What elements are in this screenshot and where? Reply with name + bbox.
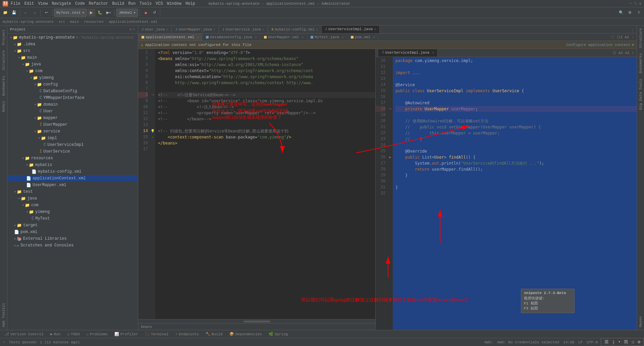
maven-tab[interactable]: Maven [637,313,644,330]
status-encoding[interactable]: UTF-8 [587,340,598,344]
java-code[interactable]: package com.yimeng.service.impl; import … [393,57,637,330]
tree-ymmapper[interactable]: C YMMapperInterface [7,95,138,101]
expand-icon[interactable]: ↑ [632,35,634,39]
status-position[interactable]: 14:38 [563,340,574,344]
status-aws[interactable]: AWS: No credentials selected [497,340,559,344]
tree-mapper[interactable]: ▾ 📁 mapper [7,115,138,121]
bottom-tab-terminal[interactable]: ⬛ Terminal [142,331,172,338]
fold-icon[interactable]: ⬡ [611,35,614,39]
bottom-tab-endpoints[interactable]: ⚡ Endpoints [172,331,202,338]
close-icon5[interactable]: ✕ [374,27,376,31]
settings-btn[interactable]: ⚙ [626,9,634,17]
stop-button[interactable]: ■ [142,9,150,17]
tree-userservice[interactable]: I UserService [7,148,138,155]
bottom-tab-spring[interactable]: 🌿 Spring [265,331,291,338]
tree-mybatis-config[interactable]: 📄 mybatis-config.xml [7,168,138,175]
bookmarks-tab[interactable]: Bookmarks [0,73,7,98]
menu-edit[interactable]: Edit [24,1,34,6]
sec-tab-mytest[interactable]: MyTest.java ✕ [307,34,347,41]
ime-settings[interactable]: ⚙ [638,339,640,345]
sec-close3[interactable]: ✕ [302,35,304,39]
bc-file[interactable]: applicationContext.xml [109,20,157,24]
menu-help[interactable]: Help [185,1,195,6]
tree-usermapper[interactable]: I UserMapper [7,121,138,128]
ime-dot[interactable]: • [618,340,621,345]
window-maximize[interactable]: □ [634,1,637,6]
rebeltab[interactable]: Rebel [0,98,7,115]
tree-java[interactable]: ▾ 📁 java [7,61,138,68]
menu-navigate[interactable]: Navigate [52,1,71,6]
sec-close4[interactable]: ✕ [342,35,344,39]
close-icon[interactable]: ✕ [166,27,168,32]
sec-tab-dbconfig[interactable]: DataBaseConfig.java ✕ [203,34,260,41]
debug-button[interactable]: 🐛 [96,9,104,17]
bookmarks-tab-right[interactable]: Bookmarks [637,51,644,76]
configure-gear[interactable]: ⚙ [632,43,634,47]
help-btn[interactable]: ? [635,9,643,17]
aws-toolkit-tab[interactable]: AWS Toolkit [0,300,7,330]
tree-extlibs[interactable]: ▸ 📚 External Libraries [7,235,138,242]
run-with-coverage[interactable]: ▶+ [105,9,113,17]
toolbar-back[interactable]: ← [22,9,30,17]
tab-user-java[interactable]: J User.java ✕ [138,26,172,33]
tree-test-java[interactable]: ▾ 📁 java [7,195,138,202]
bottom-tab-todo[interactable]: ☑ TODO [64,331,83,338]
tree-target[interactable]: ▸ 📁 target [7,222,138,229]
tree-src[interactable]: ▾ 📁 src [7,48,138,54]
bc-resources[interactable]: resources [84,20,104,24]
structure-tab-right[interactable]: Structure [637,25,644,51]
sidebar-gear[interactable]: ⚙ [129,27,132,32]
tree-config[interactable]: ▾ 📁 config [7,81,138,88]
tree-resources[interactable]: ▾ 📁 resources [7,155,138,162]
sec-tab-appcontext[interactable]: applicationContext.xml ✕ [138,34,203,41]
xml-code[interactable]: <?xml version="1.0" encoding="UTF-8"?> <… [155,49,375,319]
tree-scratches[interactable]: ▸ ✏ Scratches and Consoles [7,242,138,249]
sidebar-close[interactable]: ✕ [133,27,135,32]
close-icon2[interactable]: ✕ [213,27,215,32]
bottom-tab-run[interactable]: ▶ Run [47,331,64,338]
tree-test-yimeng[interactable]: ▾ 📁 yimeng [7,209,138,215]
window-minimize[interactable]: ─ [629,1,632,6]
rerun-button[interactable]: ↺ [150,9,158,17]
java-active-tab[interactable]: J UserServiceImpl.java ✕ [378,49,438,57]
sec-close5[interactable]: ✕ [373,35,375,39]
tree-service[interactable]: ▾ 📁 service [7,128,138,135]
bc-main[interactable]: main [70,20,79,24]
tabs-more-btn[interactable]: ⋮ [629,28,637,33]
tree-test[interactable]: ▾ 📁 test [7,188,138,195]
menu-window[interactable]: Window [167,1,181,6]
bottom-tab-build[interactable]: 🔨 Build [202,331,226,338]
menu-vcs[interactable]: VCS [156,1,163,6]
tree-impl[interactable]: ▾ 📁 impl [7,135,138,141]
tree-usermapper-xml[interactable]: 📄 UserMapper.xml [7,182,138,188]
tree-domain[interactable]: ▾ 📁 domain [7,101,138,108]
status-lf[interactable]: LF [578,340,583,344]
tree-appcontext[interactable]: 📄 applicationContext.xml [7,175,138,182]
bottom-tab-dependencies[interactable]: 📦 Dependencies [226,331,265,338]
ime-zh[interactable]: 英 [604,339,609,345]
tree-idea[interactable]: ▸ 📁 .idea [7,41,138,48]
jrebel-dropdown[interactable]: JRebel ▾ [116,9,138,17]
configure-link[interactable]: Configure application context [566,43,630,47]
status-tests[interactable]: Tests passed: 1 (12 minutes ago) [9,340,80,344]
toolbar-open[interactable]: 📁 [1,9,9,17]
bottom-tab-problems[interactable]: ⚠ Problems [83,331,111,338]
tree-pom[interactable]: 📄 pom.xml [7,229,138,235]
tab-userserviceimpl[interactable]: J UserServiceImpl.java ✕ [322,26,380,33]
tree-yimeng[interactable]: ▾ 📁 yimeng [7,74,138,81]
menu-code[interactable]: Code [75,1,85,6]
java-close-icon[interactable]: ✕ [432,51,434,55]
big-data-tab[interactable]: Big Data Tools [637,76,644,112]
menu-refactor[interactable]: Refactor [89,1,108,6]
sec-close1[interactable]: ✕ [197,35,199,39]
toolbar-save[interactable]: 💾 [10,9,18,17]
bottom-tab-profiler[interactable]: 📊 Profiler [111,331,142,338]
project-tab[interactable]: Project [0,27,7,48]
search-everywhere[interactable]: 🔍 [617,9,625,17]
menu-file[interactable]: File [11,1,20,6]
sec-tab-pom[interactable]: pom.xml ✕ [347,34,379,41]
tree-userserviceimpl[interactable]: C UserServiceImpl [7,141,138,148]
tree-test-com[interactable]: ▾ 📁 com [7,202,138,209]
ime-cn[interactable]: 简 [624,339,628,345]
close-icon3[interactable]: ✕ [262,27,264,32]
